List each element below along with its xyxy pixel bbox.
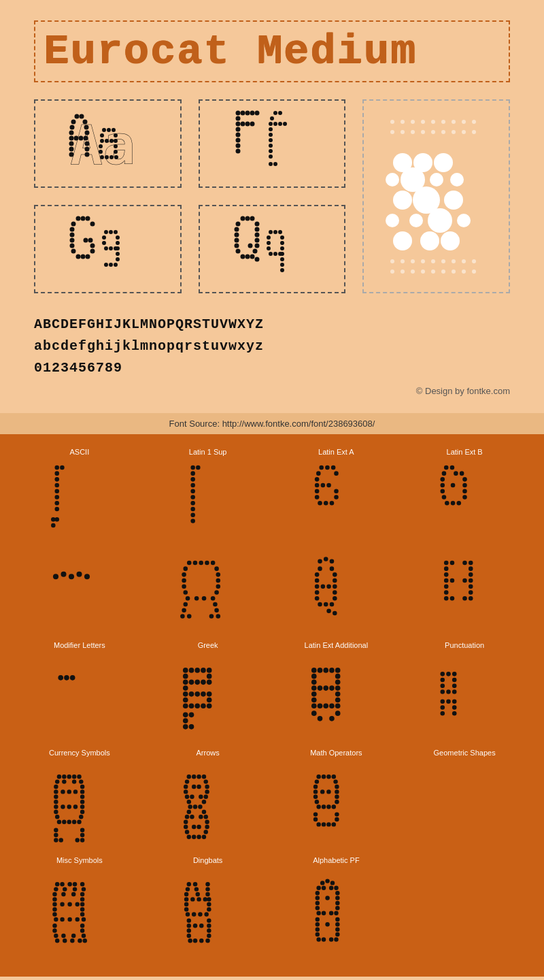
section-dingbats: Dingbats bbox=[149, 770, 267, 864]
section-latin1sup: Latin 1 Sup bbox=[149, 448, 267, 542]
svg-point-610 bbox=[335, 932, 339, 936]
svg-point-414 bbox=[80, 800, 84, 804]
svg-point-253 bbox=[211, 561, 216, 566]
svg-point-141 bbox=[102, 241, 106, 245]
font-title: Eurocat Medium bbox=[44, 27, 500, 76]
svg-point-498 bbox=[313, 817, 318, 821]
svg-point-215 bbox=[334, 471, 339, 476]
svg-point-353 bbox=[323, 668, 328, 673]
svg-point-103 bbox=[411, 259, 415, 263]
svg-point-362 bbox=[323, 685, 328, 691]
uppercase-alphabet: ABCDEFGHIJKLMNOPQRSTUVWXYZ bbox=[34, 314, 510, 336]
label-math: Math Operators bbox=[310, 749, 362, 757]
svg-point-268 bbox=[184, 602, 188, 607]
svg-point-608 bbox=[335, 927, 339, 931]
svg-point-124 bbox=[70, 227, 75, 232]
svg-point-344 bbox=[201, 703, 206, 708]
svg-point-317 bbox=[469, 596, 473, 601]
svg-point-203 bbox=[191, 477, 196, 482]
svg-point-547 bbox=[193, 882, 197, 886]
svg-point-375 bbox=[335, 710, 341, 716]
svg-point-181 bbox=[269, 252, 273, 256]
svg-point-493 bbox=[322, 804, 326, 808]
svg-point-489 bbox=[335, 795, 339, 799]
svg-point-551 bbox=[205, 887, 209, 891]
svg-point-69 bbox=[421, 120, 425, 124]
svg-point-595 bbox=[335, 901, 339, 905]
svg-point-564 bbox=[186, 912, 190, 916]
preview-r5c1 bbox=[40, 878, 118, 960]
svg-point-168 bbox=[240, 255, 245, 259]
svg-point-481 bbox=[333, 779, 337, 783]
svg-point-114 bbox=[431, 270, 435, 274]
svg-point-553 bbox=[196, 892, 200, 896]
svg-point-586 bbox=[322, 886, 326, 890]
svg-point-597 bbox=[335, 906, 339, 910]
svg-point-403 bbox=[79, 779, 83, 783]
svg-point-510 bbox=[63, 887, 67, 891]
svg-point-465 bbox=[205, 819, 209, 823]
label-arrows: Arrows bbox=[197, 749, 220, 757]
svg-point-449 bbox=[185, 795, 189, 799]
svg-point-335 bbox=[189, 691, 194, 697]
svg-point-316 bbox=[462, 596, 467, 601]
svg-point-485 bbox=[320, 789, 324, 794]
svg-point-339 bbox=[183, 698, 188, 703]
svg-point-588 bbox=[334, 886, 338, 890]
svg-point-548 bbox=[205, 882, 209, 886]
svg-point-421 bbox=[80, 810, 84, 814]
svg-point-166 bbox=[235, 249, 240, 254]
svg-point-213 bbox=[331, 466, 336, 470]
svg-point-394 bbox=[452, 711, 457, 716]
svg-point-200 bbox=[191, 466, 196, 470]
font-title-box: Eurocat Medium bbox=[34, 20, 510, 82]
svg-point-398 bbox=[72, 774, 76, 779]
svg-point-320 bbox=[70, 675, 75, 681]
svg-point-428 bbox=[78, 819, 82, 823]
svg-point-376 bbox=[318, 716, 323, 721]
svg-point-138 bbox=[114, 230, 118, 234]
section-r5c3 bbox=[277, 878, 396, 960]
svg-point-380 bbox=[452, 672, 457, 676]
svg-point-42 bbox=[235, 122, 240, 127]
svg-point-163 bbox=[234, 244, 239, 248]
svg-point-7 bbox=[69, 131, 74, 135]
svg-point-379 bbox=[446, 672, 451, 676]
svg-point-48 bbox=[235, 138, 240, 143]
svg-point-490 bbox=[315, 800, 319, 804]
svg-point-43 bbox=[240, 122, 245, 127]
glyph-gg-svg bbox=[67, 212, 148, 287]
svg-point-497 bbox=[335, 812, 339, 816]
svg-point-24 bbox=[100, 139, 104, 143]
svg-point-68 bbox=[411, 120, 415, 124]
svg-point-331 bbox=[201, 680, 206, 685]
svg-point-549 bbox=[186, 887, 190, 891]
svg-point-409 bbox=[73, 789, 78, 794]
svg-point-77 bbox=[411, 130, 415, 134]
svg-point-182 bbox=[273, 252, 277, 256]
label-ascii: ASCII bbox=[70, 448, 90, 456]
svg-point-66 bbox=[390, 120, 394, 124]
svg-point-301 bbox=[469, 561, 473, 566]
svg-point-333 bbox=[183, 685, 188, 691]
svg-point-170 bbox=[250, 255, 254, 259]
svg-point-158 bbox=[254, 227, 259, 232]
svg-point-480 bbox=[315, 779, 319, 783]
label-geometric: Geometric Shapes bbox=[434, 749, 496, 757]
svg-point-271 bbox=[214, 608, 219, 612]
svg-point-470 bbox=[185, 830, 189, 834]
svg-point-281 bbox=[315, 572, 320, 577]
svg-point-288 bbox=[333, 585, 337, 589]
svg-point-517 bbox=[53, 897, 57, 901]
svg-point-267 bbox=[211, 596, 216, 601]
svg-point-385 bbox=[440, 689, 445, 694]
svg-point-180 bbox=[280, 246, 284, 250]
svg-point-230 bbox=[454, 471, 458, 476]
svg-point-237 bbox=[440, 489, 445, 494]
svg-point-186 bbox=[280, 263, 284, 267]
section-modifier: Modifier Letters bbox=[20, 555, 139, 649]
svg-point-322 bbox=[189, 668, 194, 673]
svg-point-576 bbox=[187, 934, 191, 938]
svg-point-293 bbox=[318, 602, 322, 607]
svg-point-157 bbox=[234, 227, 239, 232]
